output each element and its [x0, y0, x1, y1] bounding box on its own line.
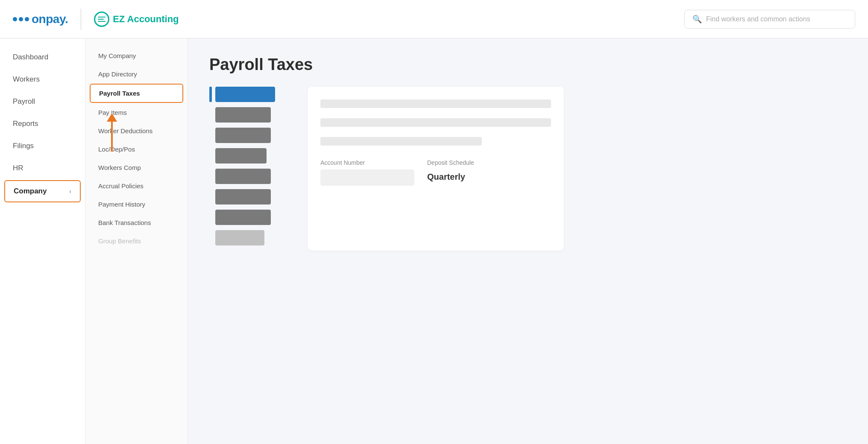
ez-logo-line-3	[98, 21, 106, 22]
right-panel: Account Number Deposit Schedule Quarterl…	[308, 87, 564, 251]
deposit-schedule-label: Deposit Schedule	[427, 159, 474, 166]
bar-gray-5	[215, 189, 271, 204]
ez-logo-lines	[98, 17, 106, 22]
search-box[interactable]: 🔍 Find workers and common actions	[684, 10, 855, 29]
onpay-text: onpay.	[32, 12, 68, 26]
secondary-item-pay-items[interactable]: Pay Items	[85, 104, 188, 121]
bar-gray-4	[215, 169, 271, 184]
sidebar-item-workers[interactable]: Workers	[0, 69, 85, 90]
ez-logo-circle	[94, 12, 109, 27]
arrow-body	[111, 122, 113, 152]
onpay-logo: onpay.	[13, 12, 68, 26]
onpay-dot-1	[13, 17, 17, 21]
bar-light-1	[215, 230, 264, 245]
content-area: Account Number Deposit Schedule Quarterl…	[209, 87, 847, 251]
secondary-item-payment-history[interactable]: Payment History	[85, 196, 188, 213]
account-number-value-box	[320, 169, 414, 186]
secondary-item-accrual-policies[interactable]: Accrual Policies	[85, 177, 188, 195]
primary-sidebar: Dashboard Workers Payroll Reports Filing…	[0, 38, 85, 444]
arrow-head	[107, 113, 117, 122]
bars-column	[209, 87, 295, 251]
bar-row-1	[209, 87, 295, 102]
bar-row-5	[209, 169, 295, 184]
skeleton-bars	[320, 99, 551, 151]
onpay-dots	[13, 17, 29, 21]
header-divider	[81, 9, 81, 30]
sidebar-item-reports[interactable]: Reports	[0, 114, 85, 134]
app-body: Dashboard Workers Payroll Reports Filing…	[0, 38, 868, 444]
bar-gray-2	[215, 128, 271, 143]
skeleton-bar-2	[320, 118, 551, 127]
secondary-item-bank-transactions[interactable]: Bank Transactions	[85, 214, 188, 231]
app-header: onpay. EZ Accounting 🔍 Find workers and …	[0, 0, 868, 38]
field-row: Account Number Deposit Schedule Quarterl…	[320, 159, 551, 186]
sidebar-item-hr[interactable]: HR	[0, 158, 85, 178]
skeleton-bar-3	[320, 137, 482, 146]
logo-area: onpay. EZ Accounting	[13, 9, 179, 30]
bar-row-8	[209, 230, 295, 245]
sidebar-item-company[interactable]: Company ‹	[4, 180, 81, 202]
bar-row-3	[209, 128, 295, 143]
sidebar-item-filings[interactable]: Filings	[0, 136, 85, 156]
account-number-group: Account Number	[320, 159, 414, 186]
skeleton-bar-1	[320, 99, 551, 108]
onpay-dot-2	[19, 17, 23, 21]
account-number-label: Account Number	[320, 159, 414, 166]
sidebar-item-payroll[interactable]: Payroll	[0, 91, 85, 112]
company-chevron-icon: ‹	[69, 188, 71, 195]
deposit-schedule-group: Deposit Schedule Quarterly	[427, 159, 474, 182]
secondary-item-group-benefits[interactable]: Group Benefits	[85, 232, 188, 250]
bar-row-2	[209, 107, 295, 123]
secondary-item-workers-comp[interactable]: Workers Comp	[85, 159, 188, 176]
bar-blue	[215, 87, 275, 102]
main-content: Payroll Taxes	[188, 38, 868, 444]
arrow-annotation	[107, 113, 117, 152]
bar-row-7	[209, 210, 295, 225]
search-icon: 🔍	[692, 15, 702, 24]
ez-accounting-text: EZ Accounting	[113, 14, 179, 25]
secondary-sidebar: My Company App Directory Payroll Taxes P…	[85, 38, 188, 444]
bar-row-4	[209, 148, 295, 164]
bar-accent	[209, 87, 212, 102]
secondary-item-loc-dep-pos[interactable]: Loc/Dep/Pos	[85, 140, 188, 158]
ez-accounting-logo: EZ Accounting	[94, 12, 179, 27]
bar-gray-3	[215, 148, 267, 164]
bar-gray-1	[215, 107, 271, 123]
deposit-schedule-value: Quarterly	[427, 172, 474, 182]
sidebar-item-dashboard[interactable]: Dashboard	[0, 47, 85, 67]
secondary-item-payroll-taxes[interactable]: Payroll Taxes	[90, 84, 183, 103]
bar-gray-6	[215, 210, 271, 225]
ez-logo-line-1	[98, 17, 106, 18]
secondary-item-worker-deductions[interactable]: Worker Deductions	[85, 122, 188, 140]
bar-row-6	[209, 189, 295, 204]
page-title: Payroll Taxes	[209, 56, 847, 74]
secondary-item-app-directory[interactable]: App Directory	[85, 65, 188, 83]
onpay-dot-3	[25, 17, 29, 21]
ez-logo-line-2	[98, 19, 104, 20]
search-placeholder-text: Find workers and common actions	[706, 15, 810, 23]
secondary-item-my-company[interactable]: My Company	[85, 47, 188, 64]
